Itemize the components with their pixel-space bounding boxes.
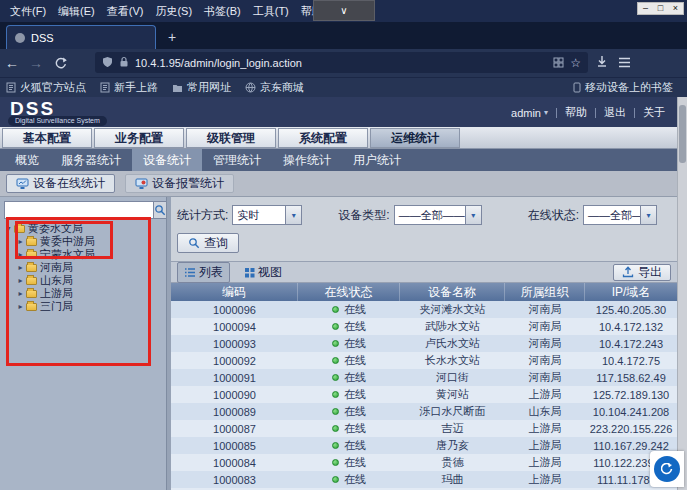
cell-ip: 10.4.172.132 [585,318,677,335]
scrollbar-thumb[interactable] [679,105,686,163]
bookmark-label: 火狐官方站点 [20,80,86,95]
new-tab-button[interactable]: + [168,29,176,45]
sub-tab-overview[interactable]: 概览 [4,149,50,171]
browser-tab-dss[interactable]: DSS [6,25,156,49]
sub-tab-operation-stats[interactable]: 操作统计 [272,149,342,171]
table-row[interactable]: 1000096 在线 夹河滩水文站 河南局 125.40.205.30 [171,301,677,318]
cell-ip: 125.40.205.30 [585,301,677,318]
tree-search-input[interactable] [4,201,154,219]
menu-view[interactable]: 查看(V) [101,1,150,22]
cell-ip: 223.220.155.226 [585,420,677,437]
phone-icon [573,82,581,93]
table-row[interactable]: 1000094 在线 武陟水文站 河南局 10.4.172.132 [171,318,677,335]
sub-tab-server-stats[interactable]: 服务器统计 [50,149,132,171]
minimize-button[interactable]: – [638,3,653,14]
downloads-icon[interactable] [596,54,608,72]
table-row[interactable]: 1000089 在线 泺口水尺断面 山东局 10.104.241.208 [171,403,677,420]
page-scrollbar[interactable] [677,97,687,490]
bookmark-folder[interactable]: 常用网址 [172,80,231,95]
address-bar[interactable]: 10.4.1.95/admin/login_login.action ☆ [95,52,588,73]
device-alarm-stats-button[interactable]: 设备报警统计 [125,174,234,193]
main-tab-ops-stats[interactable]: 运维统计 [370,128,460,148]
stat-mode-select[interactable]: 实时 ▾ [232,205,302,225]
table-row[interactable]: 1000092 在线 长水水文站 河南局 10.4.172.75 [171,352,677,369]
table-row[interactable]: 1000093 在线 卢氏水文站 河南局 10.4.172.243 [171,335,677,352]
tree-collapsed-icon[interactable]: ▸ [16,289,25,298]
help-link[interactable]: 帮助 [565,105,587,120]
tree-item[interactable]: ▸ 三门局 [4,300,95,313]
cell-code: 1000092 [171,352,298,369]
about-link[interactable]: 关于 [643,105,665,120]
main-tab-cascade-mgmt[interactable]: 级联管理 [186,128,276,148]
forward-icon[interactable]: → [24,49,48,77]
bookmark-item[interactable]: 新手上路 [100,80,158,95]
table-row[interactable]: 1000087 在线 吉迈 上游局 223.220.155.226 [171,420,677,437]
menu-history[interactable]: 历史(S) [149,1,198,22]
reload-icon[interactable] [48,57,72,70]
logout-link[interactable]: 退出 [604,105,626,120]
menu-edit[interactable]: 编辑(E) [52,1,101,22]
bookmark-item[interactable]: 火狐官方站点 [6,80,86,95]
monitor-icon [16,178,29,190]
table-row[interactable]: 1000083 在线 玛曲 上游局 111.11.178.10 [171,471,677,488]
online-state-select[interactable]: ——全部—— ▾ [583,205,657,225]
close-button[interactable]: × [668,3,683,14]
bookmark-star-icon[interactable]: ☆ [570,56,581,70]
user-menu[interactable]: admin ▾ [511,107,548,119]
maximize-button[interactable]: □ [653,3,668,14]
select-arrow-icon[interactable]: ▾ [285,206,301,224]
cell-org: 河南局 [505,318,585,335]
table-row[interactable]: 1000085 在线 唐乃亥 上游局 110.167.29.242 [171,437,677,454]
button-label: 设备报警统计 [152,175,224,192]
back-icon[interactable]: ← [0,49,24,77]
list-view-toggle[interactable]: 列表 [177,262,230,283]
tree-collapsed-icon[interactable]: ▸ [16,263,25,272]
shield-icon[interactable] [102,54,113,72]
sub-tab-device-stats[interactable]: 设备统计 [132,149,202,171]
extension-grid-icon[interactable] [553,54,564,72]
export-button[interactable]: 导出 [613,264,671,281]
capture-overlay-dropdown[interactable]: ∨ [313,0,375,21]
sub-tab-mgmt-stats[interactable]: 管理统计 [202,149,272,171]
table-row[interactable]: 1000091 在线 河口街 河南局 117.158.62.49 [171,369,677,386]
cell-name: 武陟水文站 [400,318,505,335]
sub-tab-user-stats[interactable]: 用户统计 [342,149,412,171]
floating-assistant-widget[interactable] [650,451,684,487]
device-type-select[interactable]: ——全部—— ▾ [394,205,482,225]
tree-collapsed-icon[interactable]: ▸ [16,237,25,246]
online-dot-icon [332,374,339,381]
tree-collapsed-icon[interactable]: ▸ [16,250,25,259]
menu-file[interactable]: 文件(F) [4,1,52,22]
folder-icon [26,238,37,246]
main-tab-system-config[interactable]: 系统配置 [278,128,368,148]
online-dot-icon [332,306,339,313]
cell-ip: 117.158.62.49 [585,369,677,386]
menu-tools[interactable]: 工具(T) [247,1,295,22]
query-button[interactable]: 查询 [177,233,239,253]
username: admin [511,107,541,119]
table-row[interactable]: 1000084 在线 贵德 上游局 110.122.239.45 [171,454,677,471]
tree-collapsed-icon[interactable]: ▸ [16,302,25,311]
main-tab-basic-config[interactable]: 基本配置 [2,128,92,148]
lock-icon[interactable] [119,54,129,72]
table-row[interactable]: 1000090 在线 黄河站 上游局 125.72.189.130 [171,386,677,403]
main-tab-business-config[interactable]: 业务配置 [94,128,184,148]
cell-name: 吉迈 [400,420,505,437]
mobile-bookmarks[interactable]: 移动设备上的书签 [573,80,673,95]
cell-status: 在线 [298,420,400,437]
toggle-label: 视图 [258,264,282,281]
select-arrow-icon[interactable]: ▾ [640,206,656,224]
bookmark-item[interactable]: 京东商城 [245,80,304,95]
cell-code: 1000094 [171,318,298,335]
cell-name: 黄河站 [400,386,505,403]
menu-bookmarks[interactable]: 书签(B) [198,1,247,22]
url-text[interactable]: 10.4.1.95/admin/login_login.action [135,57,547,69]
hamburger-menu-icon[interactable] [618,54,631,72]
select-arrow-icon[interactable]: ▾ [465,206,481,224]
tree-collapsed-icon[interactable]: ▸ [16,276,25,285]
cell-ip: 10.4.172.243 [585,335,677,352]
tree-expanded-icon[interactable]: ▾ [4,224,13,233]
grid-view-toggle[interactable]: 视图 [238,263,288,282]
device-online-stats-button[interactable]: 设备在线统计 [6,174,115,193]
col-header-code: 编码 [171,283,298,301]
